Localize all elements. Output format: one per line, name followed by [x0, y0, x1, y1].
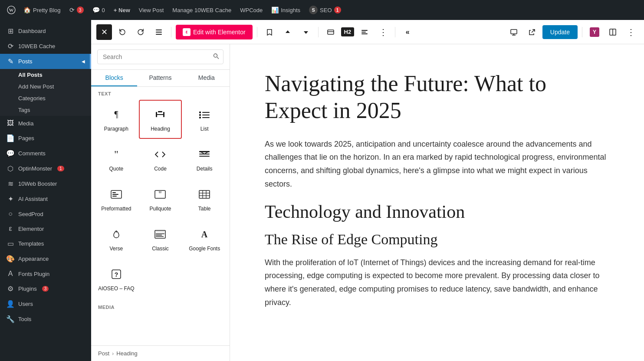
- sidebar-item-plugins[interactable]: ⚙ Plugins 3: [0, 281, 91, 296]
- svg-rect-8: [361, 32, 366, 33]
- list-icon: [197, 107, 212, 122]
- comments-bar[interactable]: 💬 0: [89, 5, 108, 15]
- sidebar-item-seedprod[interactable]: ○ SeedProd: [0, 207, 91, 221]
- sidebar-item-comments[interactable]: 💬 Comments: [0, 146, 91, 161]
- chevron-up-button[interactable]: [280, 24, 296, 40]
- submenu-tags[interactable]: Tags: [0, 104, 91, 116]
- breadcrumb-heading[interactable]: Heading: [116, 350, 137, 357]
- submenu-categories[interactable]: Categories: [0, 92, 91, 104]
- tab-media[interactable]: Media: [184, 70, 230, 86]
- block-tabs: Blocks Patterns Media: [91, 70, 230, 87]
- undo-button[interactable]: [115, 24, 130, 40]
- list-view-button[interactable]: [151, 24, 167, 40]
- sidebar-item-media[interactable]: 🖼 Media: [0, 116, 91, 131]
- block-list-scroll: TEXT ¶ Paragraph: [91, 87, 230, 345]
- chevron-down-button[interactable]: [298, 24, 314, 40]
- block-item-aioseo-faq[interactable]: ? AIOSEO – FAQ: [95, 259, 138, 299]
- svg-text:?: ?: [115, 271, 118, 278]
- sidebar-item-ai-assistant[interactable]: ✦ AI Assistant: [0, 191, 91, 207]
- sidebar-item-appearance[interactable]: 🎨 Appearance: [0, 251, 91, 266]
- post-intro[interactable]: As we look towards 2025, anticipation an…: [265, 138, 609, 190]
- section-heading-2[interactable]: The Rise of Edge Computing: [265, 230, 609, 249]
- block-type-button[interactable]: [323, 24, 338, 40]
- yoast-button[interactable]: Y: [587, 24, 602, 40]
- ellipsis-icon: ⋮: [379, 27, 387, 37]
- block-item-paragraph[interactable]: ¶ Paragraph: [95, 100, 138, 139]
- collapse-button[interactable]: «: [400, 24, 415, 40]
- details-label: Details: [197, 166, 213, 172]
- submenu-all-posts[interactable]: All Posts: [0, 69, 91, 81]
- posts-icon: ✎: [6, 57, 15, 66]
- sidebar-item-tools[interactable]: 🔧 Tools: [0, 312, 91, 327]
- pullquote-label: Pullquote: [149, 206, 171, 212]
- content-area[interactable]: Navigating the Future: What to Expect in…: [230, 44, 644, 361]
- block-item-preformatted[interactable]: Preformatted: [95, 180, 138, 219]
- svg-rect-34: [112, 192, 116, 193]
- post-title[interactable]: Navigating the Future: What to Expect in…: [265, 70, 609, 125]
- section-2-body[interactable]: With the proliferation of IoT (Internet …: [265, 256, 609, 309]
- svg-point-15: [214, 54, 217, 57]
- layout-button[interactable]: [605, 24, 621, 40]
- insights-bar[interactable]: 📊 Insights: [268, 5, 304, 15]
- sidebar-item-10web-booster[interactable]: ≋ 10Web Booster: [0, 176, 91, 191]
- view-post-bar[interactable]: View Post: [135, 5, 168, 15]
- update-button[interactable]: Update: [542, 25, 578, 39]
- block-item-details[interactable]: Details: [183, 140, 226, 179]
- block-item-quote[interactable]: " Quote: [95, 140, 138, 179]
- code-label: Code: [154, 166, 167, 172]
- classic-label: Classic: [152, 246, 169, 252]
- tab-blocks[interactable]: Blocks: [91, 70, 137, 86]
- sidebar-item-optinmonster[interactable]: ⬡ OptinMonster 1: [0, 161, 91, 176]
- external-link-button[interactable]: [524, 24, 540, 40]
- block-item-list[interactable]: List: [183, 100, 226, 139]
- block-item-google-fonts[interactable]: A Google Fonts: [183, 220, 226, 259]
- sidebar-item-dashboard[interactable]: ⊞ Dashboard: [0, 23, 91, 39]
- plugins-badge: 3: [42, 286, 49, 292]
- toolbar-divider-1: [171, 27, 171, 37]
- svg-rect-2: [156, 30, 162, 30]
- media-section-label: MEDIA: [91, 300, 230, 312]
- editor-options-button[interactable]: ⋮: [623, 24, 639, 40]
- block-item-heading[interactable]: Heading: [139, 100, 182, 139]
- bookmark-button[interactable]: [262, 24, 277, 40]
- align-button[interactable]: [357, 24, 372, 40]
- breadcrumb-post[interactable]: Post: [98, 350, 109, 357]
- redo-button[interactable]: [133, 24, 148, 40]
- wp-logo[interactable]: W: [4, 4, 18, 16]
- sidebar-item-10web-cache[interactable]: ⟳ 10WEB Cache: [0, 39, 91, 54]
- sidebar-item-posts[interactable]: ✎ Posts ◀: [0, 54, 91, 69]
- sidebar-item-templates[interactable]: ▭ Templates: [0, 236, 91, 251]
- edit-elementor-button[interactable]: ε Edit with Elementor: [176, 25, 253, 39]
- preview-button[interactable]: [506, 24, 522, 40]
- tools-icon: 🔧: [6, 315, 15, 323]
- templates-icon: ▭: [6, 240, 15, 248]
- seo-bar[interactable]: S SEO 1: [306, 4, 344, 16]
- block-item-table[interactable]: Table: [183, 180, 226, 219]
- svg-rect-5: [328, 30, 334, 34]
- wpcode-bar[interactable]: WPCode: [237, 5, 266, 15]
- new-bar[interactable]: + New: [110, 5, 134, 15]
- tab-patterns[interactable]: Patterns: [137, 70, 183, 86]
- close-button[interactable]: ✕: [96, 24, 112, 40]
- manage-cache-bar[interactable]: Manage 10WEB Cache: [169, 5, 235, 15]
- block-item-verse[interactable]: Verse: [95, 220, 138, 259]
- block-item-classic[interactable]: Classic: [139, 220, 182, 259]
- sidebar-item-fonts[interactable]: A Fonts Plugin: [0, 266, 91, 281]
- sidebar-item-users[interactable]: 👤 Users: [0, 296, 91, 312]
- paragraph-icon: ¶: [108, 107, 124, 122]
- sidebar-item-elementor[interactable]: ε Elementor: [0, 221, 91, 236]
- more-options-button[interactable]: ⋮: [375, 24, 391, 40]
- updates-bar[interactable]: ⟳ 3: [66, 5, 87, 15]
- cache-icon: ⟳: [6, 42, 15, 50]
- submenu-add-new-post[interactable]: Add New Post: [0, 81, 91, 92]
- site-name-bar[interactable]: 🏠 Pretty Blog: [20, 5, 64, 15]
- svg-rect-22: [199, 112, 201, 113]
- sidebar-item-pages[interactable]: 📄 Pages: [0, 131, 91, 146]
- block-item-pullquote[interactable]: " Pullquote: [139, 180, 182, 219]
- list-label: List: [200, 126, 209, 132]
- block-breadcrumb: Post › Heading: [91, 345, 230, 361]
- search-input[interactable]: [97, 49, 223, 64]
- ai-icon: ✦: [6, 195, 15, 203]
- block-item-code[interactable]: Code: [139, 140, 182, 179]
- section-heading-1[interactable]: Technology and Innovation: [265, 201, 609, 223]
